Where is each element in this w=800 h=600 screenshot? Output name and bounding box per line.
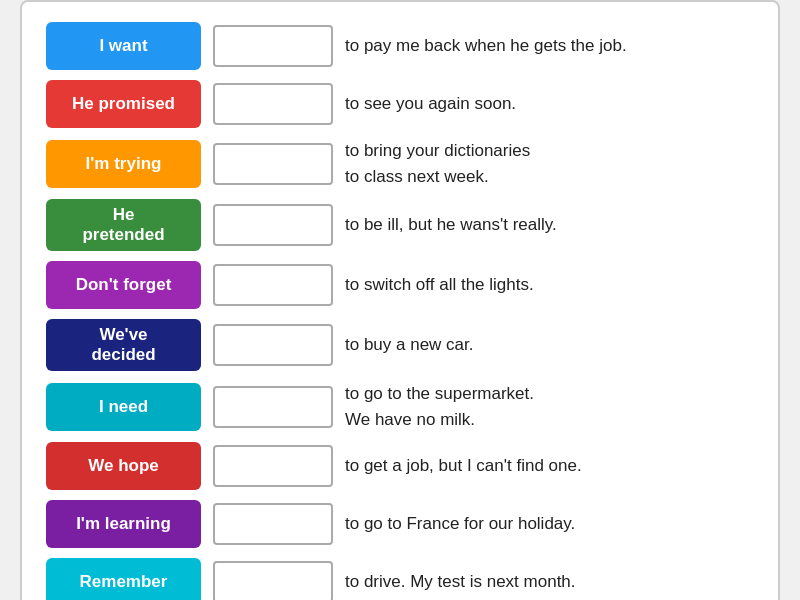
label-dont-forget[interactable]: Don't forget <box>46 261 201 309</box>
input-we-hope[interactable] <box>213 445 333 487</box>
row-i-need: I needto go to the supermarket. We have … <box>46 381 754 432</box>
row-i-want: I wantto pay me back when he gets the jo… <box>46 22 754 70</box>
row-dont-forget: Don't forgetto switch off all the lights… <box>46 261 754 309</box>
input-he-promised[interactable] <box>213 83 333 125</box>
input-remember[interactable] <box>213 561 333 600</box>
row-remember: Rememberto drive. My test is next month. <box>46 558 754 600</box>
label-i-need[interactable]: I need <box>46 383 201 431</box>
sentence-weve-decided: to buy a new car. <box>345 332 754 358</box>
input-im-trying[interactable] <box>213 143 333 185</box>
sentence-we-hope: to get a job, but I can't find one. <box>345 453 754 479</box>
label-we-hope[interactable]: We hope <box>46 442 201 490</box>
sentence-he-promised: to see you again soon. <box>345 91 754 117</box>
sentence-i-need: to go to the supermarket. We have no mil… <box>345 381 754 432</box>
main-card: I wantto pay me back when he gets the jo… <box>20 0 780 600</box>
label-he-promised[interactable]: He promised <box>46 80 201 128</box>
input-i-want[interactable] <box>213 25 333 67</box>
row-we-hope: We hopeto get a job, but I can't find on… <box>46 442 754 490</box>
row-weve-decided: We've decidedto buy a new car. <box>46 319 754 371</box>
input-im-learning[interactable] <box>213 503 333 545</box>
row-im-learning: I'm learningto go to France for our holi… <box>46 500 754 548</box>
sentence-i-want: to pay me back when he gets the job. <box>345 33 754 59</box>
row-im-trying: I'm tryingto bring your dictionaries to … <box>46 138 754 189</box>
label-im-learning[interactable]: I'm learning <box>46 500 201 548</box>
row-he-promised: He promisedto see you again soon. <box>46 80 754 128</box>
sentence-im-trying: to bring your dictionaries to class next… <box>345 138 754 189</box>
row-he-pretended: He pretendedto be ill, but he wans't rea… <box>46 199 754 251</box>
input-dont-forget[interactable] <box>213 264 333 306</box>
sentence-im-learning: to go to France for our holiday. <box>345 511 754 537</box>
label-weve-decided[interactable]: We've decided <box>46 319 201 371</box>
input-i-need[interactable] <box>213 386 333 428</box>
label-im-trying[interactable]: I'm trying <box>46 140 201 188</box>
input-he-pretended[interactable] <box>213 204 333 246</box>
label-he-pretended[interactable]: He pretended <box>46 199 201 251</box>
label-i-want[interactable]: I want <box>46 22 201 70</box>
sentence-remember: to drive. My test is next month. <box>345 569 754 595</box>
sentence-he-pretended: to be ill, but he wans't really. <box>345 212 754 238</box>
label-remember[interactable]: Remember <box>46 558 201 600</box>
input-weve-decided[interactable] <box>213 324 333 366</box>
sentence-dont-forget: to switch off all the lights. <box>345 272 754 298</box>
